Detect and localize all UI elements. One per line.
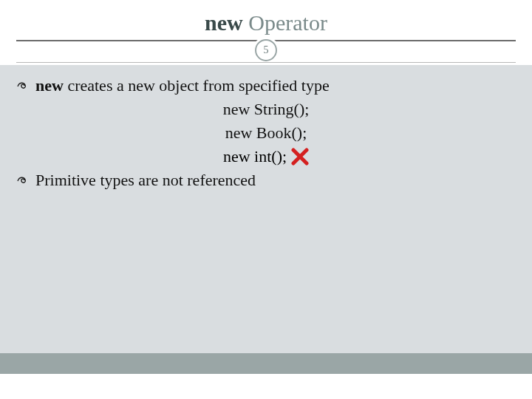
bullet-line-2: Primitive types are not referenced (16, 168, 516, 192)
title-rest: Operator (243, 10, 327, 35)
title-rule: 5 (0, 40, 532, 65)
bullet-1-rest: creates a new object from specified type (64, 76, 330, 95)
footer-bar (0, 353, 532, 374)
rule-bottom (16, 62, 516, 63)
page-number: 5 (264, 44, 269, 56)
code-line-1: new String(); (16, 98, 516, 121)
cross-icon (291, 148, 309, 166)
bullet-icon (16, 170, 33, 191)
page-number-badge: 5 (255, 39, 277, 61)
content-area: new creates a new object from specified … (0, 65, 532, 374)
slide: new Operator 5 new creates a new object … (0, 0, 532, 399)
bullet-2-text: Primitive types are not referenced (35, 168, 256, 192)
slide-title: new Operator (0, 10, 532, 35)
title-area: new Operator (0, 0, 532, 40)
code-line-2: new Book(); (16, 121, 516, 145)
code-line-3: new int(); (16, 145, 516, 168)
bullet-icon (16, 75, 33, 97)
title-bold: new (205, 10, 243, 35)
bullet-line-1: new creates a new object from specified … (16, 74, 516, 98)
bullet-1-text: new creates a new object from specified … (35, 74, 330, 98)
code-line-3-text: new int(); (223, 145, 287, 168)
bullet-1-bold: new (35, 76, 64, 95)
